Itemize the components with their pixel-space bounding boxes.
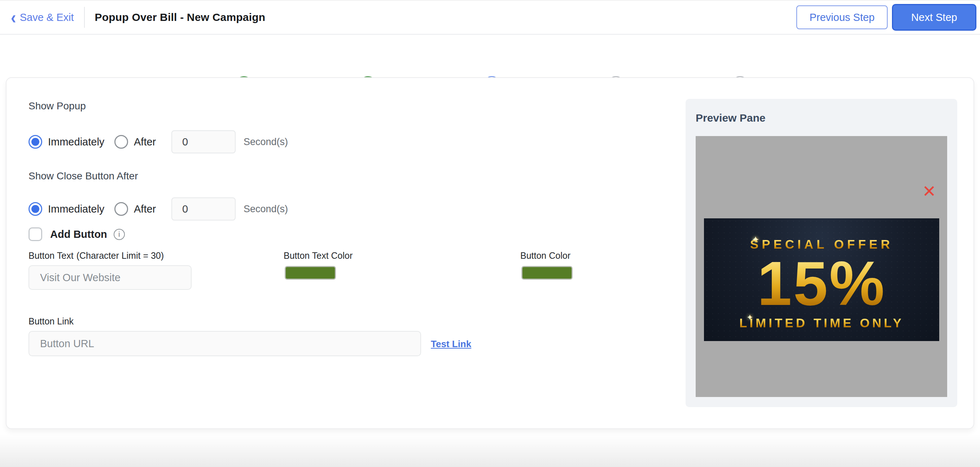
button-text-color-swatch[interactable]	[285, 266, 336, 280]
button-text-label: Button Text(Character Limit = 30)	[29, 250, 164, 261]
button-text-char-limit: (Character Limit = 30)	[76, 250, 164, 261]
sparkle-icon: ✦	[746, 313, 753, 322]
show-popup-seconds-suffix: Second(s)	[243, 136, 288, 148]
campaign-wizard-screen: ‹ Save & Exit Popup Over Bill - New Camp…	[0, 0, 980, 467]
info-icon[interactable]: i	[114, 229, 125, 240]
save-and-exit-button[interactable]: ‹ Save & Exit	[11, 10, 74, 24]
page-bottom-fade	[0, 435, 980, 467]
show-close-after-radio[interactable]	[115, 202, 128, 216]
show-popup-after-radio[interactable]	[115, 135, 128, 149]
add-button-checkbox[interactable]	[29, 227, 42, 241]
show-popup-radio-group: Immediately After Second(s)	[29, 130, 288, 154]
header-actions: Previous Step Next Step	[796, 4, 977, 31]
wizard-stepper: ✓ ✓ 3 4 5 Campaign Details Popup Popup S…	[0, 35, 980, 77]
popup-close-icon[interactable]: ✕	[922, 183, 936, 199]
show-close-immediately-label: Immediately	[48, 203, 106, 215]
button-text-label-main: Button Text	[29, 250, 73, 261]
back-chevron-icon: ‹	[11, 9, 16, 26]
header-divider	[84, 7, 85, 28]
radio-dot	[32, 138, 39, 146]
previous-step-button[interactable]: Previous Step	[796, 5, 888, 29]
popup-settings-card: Show Popup Immediately After Second(s) S…	[6, 77, 974, 429]
top-bar: ‹ Save & Exit Popup Over Bill - New Camp…	[0, 0, 980, 35]
add-button-label: Add Button	[50, 228, 107, 241]
radio-dot	[32, 205, 39, 213]
show-popup-after-label: After	[134, 136, 164, 148]
next-step-button[interactable]: Next Step	[892, 4, 977, 31]
button-link-input[interactable]	[29, 331, 421, 356]
button-link-label: Button Link	[29, 316, 73, 327]
show-popup-seconds-input[interactable]	[172, 130, 235, 153]
test-link[interactable]: Test Link	[431, 338, 471, 350]
popup-subline: LIMITED TIME ONLY	[704, 316, 939, 330]
show-close-radio-group: Immediately After Second(s)	[29, 197, 288, 221]
show-close-seconds-input[interactable]	[172, 198, 235, 220]
show-close-after-label: After	[134, 203, 164, 215]
page-title: Popup Over Bill - New Campaign	[95, 11, 266, 24]
show-popup-immediately-label: Immediately	[48, 136, 106, 148]
button-text-input[interactable]	[29, 265, 192, 290]
button-color-swatch[interactable]	[522, 266, 573, 280]
preview-backdrop: ✕ ✦ SPECIAL OFFER 15% LIMITED TIME ONLY …	[696, 136, 947, 397]
show-close-label: Show Close Button After	[29, 171, 138, 182]
show-close-immediately-radio[interactable]	[29, 202, 42, 216]
show-close-seconds-suffix: Second(s)	[243, 204, 288, 215]
button-text-color-label: Button Text Color	[283, 250, 353, 261]
preview-pane: Preview Pane ✕ ✦ SPECIAL OFFER 15% LIMIT…	[686, 99, 957, 407]
add-button-row: Add Button i	[29, 227, 125, 241]
show-popup-immediately-radio[interactable]	[29, 135, 42, 149]
button-color-label: Button Color	[520, 250, 571, 261]
popup-discount: 15%	[704, 249, 939, 317]
preview-pane-title: Preview Pane	[696, 112, 765, 124]
popup-preview-image: ✦ SPECIAL OFFER 15% LIMITED TIME ONLY ✦	[704, 218, 939, 341]
save-and-exit-label: Save & Exit	[20, 11, 74, 24]
show-popup-label: Show Popup	[29, 100, 86, 112]
